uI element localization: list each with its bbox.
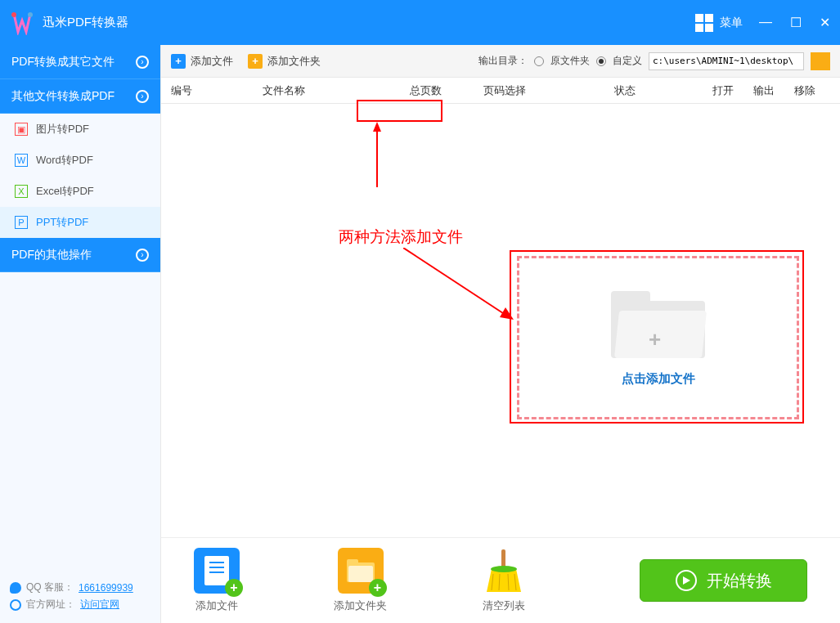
folder-plus-icon: +	[248, 54, 263, 69]
sidebar-item-label: Excel转PDF	[36, 184, 94, 199]
start-convert-button[interactable]: 开始转换	[640, 559, 807, 602]
sidebar: PDF转换成其它文件 › 其他文件转换成PDF › ▣ 图片转PDF W Wor…	[0, 45, 161, 623]
plus-icon: +	[171, 54, 186, 69]
col-status: 状态	[614, 83, 712, 98]
bottom-add-folder-label: 添加文件夹	[334, 598, 387, 613]
svg-marker-18	[500, 307, 514, 320]
sidebar-item-word-to-pdf[interactable]: W Word转PDF	[0, 145, 160, 176]
official-site-link[interactable]: 访问官网	[80, 598, 119, 612]
radio-original-folder[interactable]	[534, 56, 544, 66]
bottom-clear-label: 清空列表	[483, 598, 525, 613]
play-icon	[676, 570, 697, 591]
col-page-select: 页码选择	[483, 83, 614, 98]
output-dir-label: 输出目录：	[478, 54, 528, 68]
annotation-text: 两种方法添加文件	[339, 226, 463, 248]
col-index: 编号	[171, 83, 263, 98]
menu-button[interactable]: 菜单	[695, 14, 743, 32]
annotation-arrow-icon	[403, 248, 514, 321]
output-path-input[interactable]	[649, 52, 804, 70]
svg-line-17	[403, 248, 505, 315]
svg-point-0	[11, 12, 16, 17]
radio-original-label: 原文件夹	[550, 54, 590, 68]
qq-icon	[10, 582, 21, 594]
category-label: PDF转换成其它文件	[11, 55, 115, 69]
grid-icon	[695, 14, 713, 32]
radio-custom-label: 自定义	[613, 54, 642, 68]
start-label: 开始转换	[707, 570, 772, 592]
ppt-icon: P	[15, 216, 28, 229]
col-filename: 文件名称	[263, 83, 410, 98]
svg-rect-8	[348, 566, 373, 582]
category-label: PDF的其他操作	[11, 248, 92, 262]
browser-icon	[10, 599, 21, 611]
svg-rect-7	[347, 559, 358, 566]
main-panel: + 添加文件 + 添加文件夹 输出目录： 原文件夹 自定义 编号 文件名称 总页…	[161, 45, 840, 623]
close-button[interactable]: ✕	[820, 15, 830, 30]
add-folder-label: 添加文件夹	[267, 54, 321, 69]
dropzone-text: 点击添加文件	[622, 371, 695, 387]
category-label: 其他文件转换成PDF	[11, 89, 115, 104]
folder-plus-icon: +	[338, 548, 384, 594]
dropzone-add-file[interactable]: + 点击添加文件	[517, 256, 799, 419]
svg-point-14	[491, 566, 517, 572]
sidebar-item-label: Word转PDF	[36, 153, 93, 168]
broom-icon	[481, 548, 527, 594]
app-logo-icon	[10, 11, 34, 35]
toolbar: + 添加文件 + 添加文件夹 输出目录： 原文件夹 自定义	[161, 45, 840, 78]
col-pages: 总页数	[410, 83, 483, 98]
col-remove: 移除	[794, 83, 835, 98]
svg-point-1	[28, 12, 33, 17]
folder-icon: +	[611, 289, 705, 363]
site-label: 官方网址：	[26, 598, 75, 612]
svg-rect-2	[204, 556, 229, 585]
radio-custom-folder[interactable]	[596, 56, 606, 66]
titlebar: 迅米PDF转换器 菜单 — ☐ ✕	[0, 0, 840, 45]
add-folder-button[interactable]: + 添加文件夹	[248, 54, 321, 69]
document-plus-icon: +	[194, 548, 240, 594]
image-icon: ▣	[15, 123, 28, 136]
maximize-button[interactable]: ☐	[790, 15, 802, 30]
menu-label: 菜单	[720, 16, 743, 30]
col-output: 输出	[753, 83, 794, 98]
minimize-button[interactable]: —	[759, 15, 772, 30]
sidebar-footer: QQ 客服： 1661699939 官方网址： 访问官网	[0, 572, 160, 623]
category-other-to-pdf[interactable]: 其他文件转换成PDF ›	[0, 79, 160, 114]
excel-icon: X	[15, 185, 28, 198]
chevron-icon: ›	[136, 56, 149, 69]
svg-marker-16	[373, 122, 381, 132]
sidebar-item-ppt-to-pdf[interactable]: P PPT转PDF	[0, 207, 160, 238]
table-header: 编号 文件名称 总页数 页码选择 状态 打开 输出 移除	[161, 78, 840, 104]
sidebar-item-image-to-pdf[interactable]: ▣ 图片转PDF	[0, 114, 160, 145]
add-file-button[interactable]: + 添加文件	[171, 54, 233, 69]
browse-folder-button[interactable]	[811, 52, 830, 70]
add-file-label: 添加文件	[191, 54, 233, 69]
sidebar-item-excel-to-pdf[interactable]: X Excel转PDF	[0, 176, 160, 207]
chevron-icon: ›	[136, 249, 149, 262]
word-icon: W	[15, 154, 28, 167]
category-pdf-other-ops[interactable]: PDF的其他操作 ›	[0, 238, 160, 272]
qq-label: QQ 客服：	[26, 580, 74, 594]
sidebar-item-label: PPT转PDF	[36, 215, 88, 230]
qq-number-link[interactable]: 1661699939	[79, 582, 133, 594]
sidebar-item-label: 图片转PDF	[36, 122, 89, 137]
app-title: 迅米PDF转换器	[43, 15, 128, 30]
annotation-arrow-icon	[369, 122, 385, 187]
bottom-bar: + 添加文件 + 添加文件夹 清空列表 开始转换	[161, 537, 840, 623]
bottom-add-file[interactable]: + 添加文件	[194, 548, 240, 613]
col-open: 打开	[712, 83, 753, 98]
category-pdf-to-other[interactable]: PDF转换成其它文件 ›	[0, 45, 160, 79]
chevron-icon: ›	[136, 90, 149, 103]
bottom-add-folder[interactable]: + 添加文件夹	[334, 548, 387, 613]
bottom-clear-list[interactable]: 清空列表	[481, 548, 527, 613]
bottom-add-file-label: 添加文件	[195, 598, 238, 613]
